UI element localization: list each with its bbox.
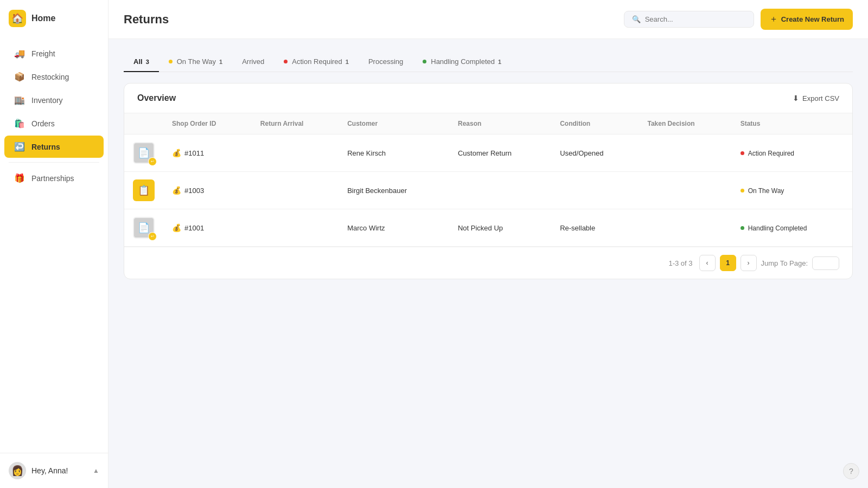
tab-all[interactable]: All 3 bbox=[124, 52, 159, 72]
status-badge-action-required: Action Required bbox=[741, 150, 794, 157]
table-row[interactable]: 📄 ↩ 💰 #1011 bbox=[124, 134, 852, 172]
order-id-cell: 💰 #1011 bbox=[172, 149, 243, 157]
orders-icon: 🛍️ bbox=[14, 118, 25, 129]
row3-taken-decision bbox=[639, 209, 731, 247]
row3-status: Handling Completed bbox=[732, 209, 852, 247]
status-dot-green bbox=[741, 226, 744, 230]
sidebar-footer[interactable]: 👩 Hey, Anna! ▲ bbox=[0, 453, 108, 488]
tab-on-the-way-count: 1 bbox=[219, 59, 222, 65]
tab-handling-completed[interactable]: Handling Completed 1 bbox=[413, 52, 511, 72]
row2-condition bbox=[551, 172, 639, 209]
plus-icon: ＋ bbox=[769, 14, 778, 25]
tab-all-count: 3 bbox=[146, 59, 149, 65]
sidebar-footer-user: 👩 Hey, Anna! bbox=[9, 462, 68, 479]
page-1-button[interactable]: 1 bbox=[720, 255, 736, 271]
restocking-icon: 📦 bbox=[14, 72, 25, 82]
sidebar-logo[interactable]: 🏠 Home bbox=[0, 0, 108, 37]
sidebar-nav: 🚚 Freight 📦 Restocking 🏬 Inventory 🛍️ Or… bbox=[0, 37, 108, 453]
product-thumbnail: 📄 ↩ bbox=[133, 142, 155, 164]
avatar: 👩 bbox=[9, 462, 26, 479]
sidebar-item-label: Restocking bbox=[31, 73, 69, 81]
sidebar-item-label: Freight bbox=[31, 49, 55, 58]
col-reason: Reason bbox=[449, 113, 551, 134]
badge-icon: ↩ bbox=[151, 234, 154, 239]
freight-icon: 🚚 bbox=[14, 48, 25, 59]
export-csv-button[interactable]: ⬇ Export CSV bbox=[793, 94, 839, 102]
row2-reason bbox=[449, 172, 551, 209]
tab-action-required-count: 1 bbox=[346, 59, 349, 65]
dot-red-icon bbox=[284, 60, 288, 63]
product-thumbnail: 📄 ↩ bbox=[133, 217, 155, 239]
sidebar-item-orders[interactable]: 🛍️ Orders bbox=[4, 112, 104, 134]
jump-to-page-input[interactable] bbox=[812, 256, 839, 270]
sidebar-item-returns[interactable]: ↩️ Returns bbox=[4, 136, 104, 158]
user-greeting: Hey, Anna! bbox=[31, 466, 68, 475]
product-cell: 📄 ↩ bbox=[133, 217, 155, 239]
status-badge-handling-completed: Handling Completed bbox=[741, 224, 807, 232]
sidebar: 🏠 Home 🚚 Freight 📦 Restocking 🏬 Inventor… bbox=[0, 0, 108, 488]
next-page-button[interactable]: › bbox=[741, 255, 757, 271]
col-status: Status bbox=[732, 113, 852, 134]
row3-condition: Re-sellable bbox=[551, 209, 639, 247]
order-icon: 💰 bbox=[172, 186, 181, 195]
status-label: Handling Completed bbox=[748, 224, 807, 232]
search-input[interactable] bbox=[645, 15, 746, 23]
col-condition: Condition bbox=[551, 113, 639, 134]
row3-return-arrival bbox=[252, 209, 339, 247]
returns-table: Shop Order ID Return Arrival Customer Re… bbox=[124, 113, 852, 247]
product-cell: 📋 bbox=[133, 179, 155, 201]
overview-title: Overview bbox=[137, 93, 176, 103]
row3-thumb-cell: 📄 ↩ bbox=[124, 209, 163, 247]
col-return-arrival: Return Arrival bbox=[252, 113, 339, 134]
order-icon: 💰 bbox=[172, 223, 181, 232]
product-badge: ↩ bbox=[148, 157, 157, 166]
status-label: Action Required bbox=[748, 150, 794, 157]
help-button[interactable]: ? bbox=[843, 463, 859, 479]
tab-all-label: All bbox=[133, 57, 143, 66]
status-label: On The Way bbox=[748, 187, 784, 195]
tab-processing[interactable]: Processing bbox=[359, 52, 413, 72]
page-title: Returns bbox=[124, 12, 169, 27]
prev-page-button[interactable]: ‹ bbox=[699, 255, 716, 271]
table-row[interactable]: 📄 ↩ 💰 #1001 bbox=[124, 209, 852, 247]
col-taken-decision: Taken Decision bbox=[639, 113, 731, 134]
product-thumbnail: 📋 bbox=[133, 179, 155, 201]
row2-taken-decision bbox=[639, 172, 731, 209]
product-badge: ↩ bbox=[148, 232, 157, 241]
order-icon: 💰 bbox=[172, 149, 181, 157]
order-id-value: #1001 bbox=[184, 224, 204, 232]
search-box: 🔍 bbox=[624, 11, 754, 28]
col-thumb bbox=[124, 113, 163, 134]
create-return-label: Create New Return bbox=[781, 15, 844, 23]
row1-order-id: 💰 #1011 bbox=[163, 134, 252, 172]
row1-customer: Rene Kirsch bbox=[339, 134, 449, 172]
overview-card: Overview ⬇ Export CSV Shop Order ID Retu… bbox=[124, 83, 853, 279]
tab-action-required[interactable]: Action Required 1 bbox=[274, 52, 359, 72]
sidebar-item-restocking[interactable]: 📦 Restocking bbox=[4, 66, 104, 88]
tab-on-the-way[interactable]: On The Way 1 bbox=[159, 52, 232, 72]
row2-customer: Birgit Beckenbauer bbox=[339, 172, 449, 209]
export-label: Export CSV bbox=[802, 94, 839, 102]
sidebar-item-freight[interactable]: 🚚 Freight bbox=[4, 42, 104, 65]
status-dot-red bbox=[741, 151, 744, 155]
tabs-bar: All 3 On The Way 1 Arrived Action Requir… bbox=[124, 52, 853, 72]
download-icon: ⬇ bbox=[793, 94, 799, 102]
dot-green-icon bbox=[423, 60, 426, 63]
order-id-cell: 💰 #1003 bbox=[172, 186, 243, 195]
tab-handling-completed-label: Handling Completed bbox=[431, 57, 495, 66]
partnerships-icon: 🎁 bbox=[14, 173, 25, 183]
row3-customer: Marco Wirtz bbox=[339, 209, 449, 247]
col-order-id: Shop Order ID bbox=[163, 113, 252, 134]
tab-action-required-label: Action Required bbox=[292, 57, 342, 66]
row1-thumb-cell: 📄 ↩ bbox=[124, 134, 163, 172]
pagination-info: 1-3 of 3 bbox=[668, 259, 692, 267]
dot-yellow-icon bbox=[169, 60, 173, 63]
sidebar-item-inventory[interactable]: 🏬 Inventory bbox=[4, 89, 104, 111]
order-id-cell: 💰 #1001 bbox=[172, 223, 243, 232]
header: Returns 🔍 ＋ Create New Return bbox=[108, 0, 868, 39]
tab-arrived[interactable]: Arrived bbox=[232, 52, 274, 72]
table-row[interactable]: 📋 💰 #1003 Birgit Beckenbauer bbox=[124, 172, 852, 209]
create-return-button[interactable]: ＋ Create New Return bbox=[761, 9, 853, 30]
sidebar-item-partnerships[interactable]: 🎁 Partnerships bbox=[4, 167, 104, 189]
status-dot-yellow bbox=[741, 189, 744, 192]
